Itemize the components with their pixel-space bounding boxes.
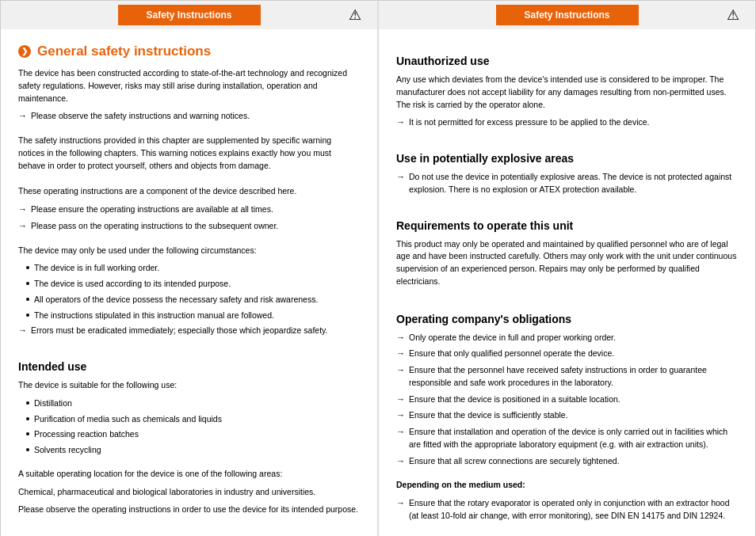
intended-para1: A suitable operating location for the de… (18, 468, 360, 481)
obl-text-4: Ensure that the device is sufficiently s… (409, 409, 568, 422)
right-header-tab-label: Safety Instructions (524, 10, 609, 21)
right-warning-icon: ⚠ (727, 6, 739, 24)
obligations-arrow-3: → Ensure that the device is positioned i… (396, 393, 738, 406)
bullet-text-0: The device is in full working order. (34, 262, 159, 275)
bullet-item-3: The instructions stipulated in this inst… (18, 310, 360, 322)
arrow-item-2: → Please ensure the operating instructio… (18, 203, 360, 216)
explosive-arrow-1: → Do not use the device in potentially e… (396, 171, 738, 196)
arrow-text-3: Please pass on the operating instruction… (31, 220, 278, 233)
bullet-dot-0 (26, 266, 29, 269)
unauthorized-arrow-sym-1: → (396, 117, 405, 127)
left-header-tab-label: Safety Instructions (146, 10, 231, 21)
obligations-arrow-4: → Ensure that the device is sufficiently… (396, 409, 738, 422)
obl-sym-4: → (396, 410, 405, 420)
intended-bullet-text-1: Purification of media such as chemicals … (34, 413, 222, 426)
arrow-text-2: Please ensure the operating instructions… (31, 203, 273, 216)
obl-sym-2: → (396, 365, 405, 374)
depending-arrow: → Ensure that the rotary evaporator is o… (396, 497, 738, 523)
intro4: The device may only be used under the fo… (18, 245, 360, 257)
right-header-tab: Safety Instructions (496, 5, 639, 25)
bullet-text-1: The device is used according to its inte… (34, 278, 231, 291)
intended-intro: The device is suitable for the following… (18, 379, 360, 392)
intended-bullet-0: Distillation (18, 397, 360, 410)
right-header: Safety Instructions ⚠ (379, 1, 755, 29)
unauthorized-heading: Unauthorized use (396, 55, 738, 67)
unauthorized-para1: Any use which deviates from the device's… (396, 74, 738, 111)
intended-bullet-2: Processing reaction batches (18, 428, 360, 441)
obl-text-0: Only operate the device in full and prop… (409, 332, 616, 344)
unauthorized-arrow-1: → It is not permitted for excess pressur… (396, 116, 738, 129)
bullet-item-1: The device is used according to its inte… (18, 278, 360, 291)
intro3: These operating instructions are a compo… (18, 185, 360, 198)
arrow-symbol-3: → (18, 221, 27, 230)
obl-text-5: Ensure that installation and operation o… (409, 426, 738, 451)
main-heading: General safety instructions (37, 44, 211, 59)
intended-bullet-1: Purification of media such as chemicals … (18, 413, 360, 426)
bullet-item-2: All operators of the device possess the … (18, 294, 360, 306)
intended-bullet-text-0: Distillation (34, 397, 72, 410)
intended-bullet-3: Solvents recycling (18, 444, 360, 457)
obligations-arrow-0: → Only operate the device in full and pr… (396, 332, 738, 344)
obligations-heading: Operating company's obligations (396, 313, 738, 325)
obl-sym-0: → (396, 333, 405, 342)
bullet-dot-2 (26, 298, 29, 301)
intro2: The safety instructions provided in this… (18, 135, 360, 172)
depending-arrow-text: Ensure that the rotary evaporator is ope… (409, 497, 738, 523)
obl-text-6: Ensure that all screw connections are se… (409, 455, 620, 468)
arrow-text-1: Please observe the safety instructions a… (31, 110, 250, 123)
bullet-text-3: The instructions stipulated in this inst… (34, 310, 274, 322)
unauthorized-arrow-text-1: It is not permitted for excess pressure … (409, 116, 650, 129)
depending-label: Depending on the medium used: (396, 479, 738, 492)
intended-dot-2 (26, 432, 29, 435)
left-warning-icon: ⚠ (349, 6, 361, 24)
intended-bullet-text-2: Processing reaction batches (34, 428, 139, 441)
bullet-item-0: The device is in full working order. (18, 262, 360, 275)
arrow-symbol-4: → (18, 325, 27, 335)
bullet-dot-3 (26, 314, 29, 317)
obligations-arrow-2: → Ensure that the personnel have receive… (396, 364, 738, 390)
intended-dot-3 (26, 448, 29, 451)
intro1: The device has been constructed accordin… (18, 67, 360, 105)
explosive-arrow-sym-1: → (396, 172, 405, 181)
depending-arr-sym: → (396, 498, 405, 507)
intended-para2: Chemical, pharmaceutical and biological … (18, 486, 360, 499)
bullet-text-2: All operators of the device possess the … (34, 294, 318, 306)
obl-text-3: Ensure that the device is positioned in … (409, 393, 620, 406)
arrow-text-4: Errors must be eradicated immediately; e… (31, 325, 327, 337)
left-header: Safety Instructions ⚠ (1, 1, 377, 29)
arrow-item-1: → Please observe the safety instructions… (18, 110, 360, 123)
intended-heading: Intended use (18, 360, 360, 373)
intended-dot-1 (26, 417, 29, 420)
right-page: Safety Instructions ⚠ Unauthorized use A… (378, 0, 756, 536)
obl-sym-3: → (396, 394, 405, 404)
bullet-dot-1 (26, 282, 29, 285)
section-arrow-icon: ❯ (18, 45, 31, 58)
requirements-para1: This product may only be operated and ma… (396, 238, 738, 288)
obl-sym-1: → (396, 348, 405, 358)
left-header-tab: Safety Instructions (118, 5, 261, 25)
obl-text-1: Ensure that only qualified personnel ope… (409, 348, 614, 360)
obligations-arrow-6: → Ensure that all screw connections are … (396, 455, 738, 468)
arrow-item-3: → Please pass on the operating instructi… (18, 220, 360, 233)
left-page: Safety Instructions ⚠ ❯ General safety i… (0, 0, 378, 536)
obl-sym-5: → (396, 427, 405, 436)
intended-para3: Please observe the operating instruction… (18, 504, 360, 516)
main-section-title: ❯ General safety instructions (18, 44, 360, 59)
explosive-heading: Use in potentially explosive areas (396, 152, 738, 165)
intended-bullet-text-3: Solvents recycling (34, 444, 101, 457)
obl-sym-6: → (396, 456, 405, 466)
left-content: ❯ General safety instructions The device… (1, 29, 377, 536)
explosive-arrow-text-1: Do not use the device in potentially exp… (409, 171, 738, 196)
arrow-item-4: → Errors must be eradicated immediately;… (18, 325, 360, 337)
arrow-symbol-2: → (18, 204, 27, 214)
right-content: Unauthorized use Any use which deviates … (379, 29, 755, 536)
arrow-symbol-1: → (18, 111, 27, 120)
obligations-arrow-1: → Ensure that only qualified personnel o… (396, 348, 738, 360)
intended-dot-0 (26, 401, 29, 405)
requirements-heading: Requirements to operate this unit (396, 219, 738, 232)
obl-text-2: Ensure that the personnel have received … (409, 364, 738, 390)
obligations-arrow-5: → Ensure that installation and operation… (396, 426, 738, 451)
